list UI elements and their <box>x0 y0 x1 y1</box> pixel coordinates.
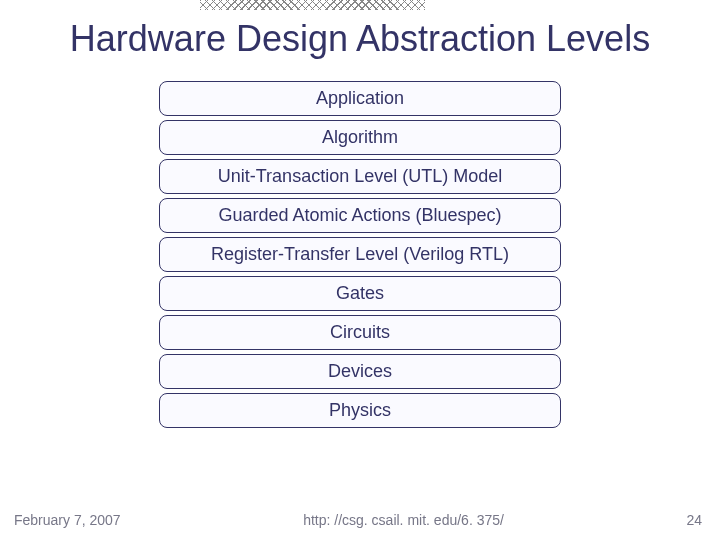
footer-date: February 7, 2007 <box>0 512 121 528</box>
footer-url: http: //csg. csail. mit. edu/6. 375/ <box>121 512 687 528</box>
level-utl: Unit-Transaction Level (UTL) Model <box>159 159 561 194</box>
level-physics: Physics <box>159 393 561 428</box>
level-bluespec: Guarded Atomic Actions (Bluespec) <box>159 198 561 233</box>
level-rtl: Register-Transfer Level (Verilog RTL) <box>159 237 561 272</box>
level-gates: Gates <box>159 276 561 311</box>
footer-page-number: 24 <box>686 512 720 528</box>
level-application: Application <box>159 81 561 116</box>
slide-title: Hardware Design Abstraction Levels <box>0 18 720 59</box>
level-algorithm: Algorithm <box>159 120 561 155</box>
abstraction-levels-stack: Application Algorithm Unit-Transaction L… <box>159 81 561 428</box>
level-devices: Devices <box>159 354 561 389</box>
level-circuits: Circuits <box>159 315 561 350</box>
slide-footer: February 7, 2007 http: //csg. csail. mit… <box>0 512 720 528</box>
decorative-crosshatch <box>200 0 425 10</box>
